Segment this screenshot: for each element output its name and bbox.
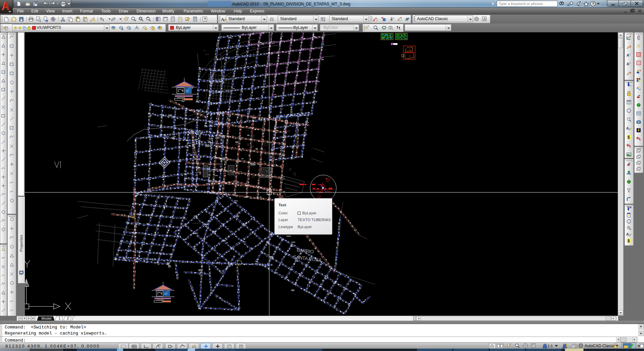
svg-text:1: 1 [629, 53, 631, 56]
svg-text:1: 1 [628, 109, 630, 112]
svg-text:o: o [392, 17, 394, 19]
svg-text:A: A [405, 17, 408, 22]
svg-text:2: 2 [409, 55, 411, 58]
svg-text:1: 1 [59, 316, 61, 320]
svg-text:$: $ [628, 135, 630, 140]
svg-text:2: 2 [629, 62, 631, 65]
svg-text:A: A [221, 17, 224, 22]
svg-text:A: A [627, 62, 629, 66]
svg-text:A: A [626, 126, 629, 130]
svg-text:A: A [626, 232, 629, 236]
svg-text:Model: Model [41, 316, 51, 320]
svg-text:A: A [627, 53, 629, 57]
svg-text:1: 1 [409, 48, 411, 51]
svg-text:AutoCAD Classic: AutoCAD Classic [584, 344, 615, 348]
svg-text:?: ? [592, 2, 594, 6]
svg-text:2: 2 [67, 316, 69, 320]
svg-text:BARRIO: BARRIO [296, 247, 314, 254]
svg-text:?: ? [204, 17, 206, 21]
svg-text:$: $ [628, 239, 630, 243]
svg-text:1:1: 1:1 [547, 344, 553, 348]
svg-text:H: H [630, 206, 631, 209]
svg-text:1: 1 [628, 220, 630, 223]
